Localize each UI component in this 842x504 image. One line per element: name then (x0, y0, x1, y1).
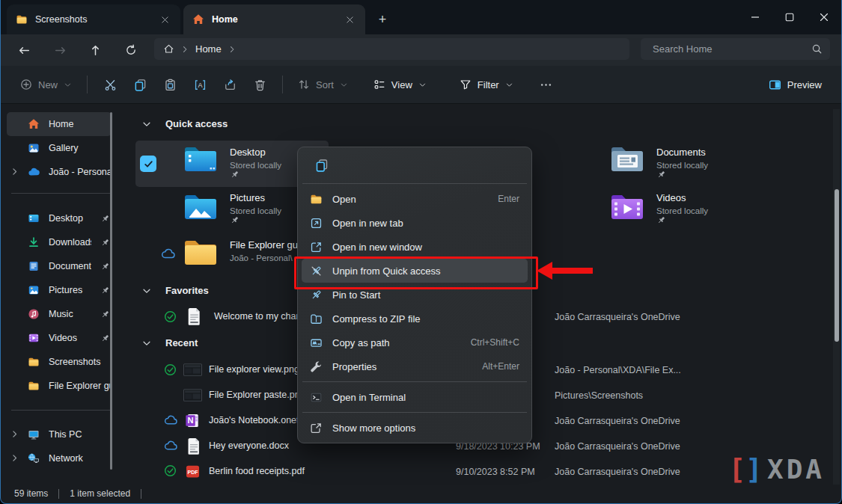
tile-name[interactable]: Pictures (230, 192, 265, 203)
menu-item-open-in-terminal[interactable]: Open in Terminal (302, 385, 528, 409)
sort-button[interactable]: Sort (290, 71, 356, 98)
onenote-icon (185, 413, 201, 428)
copy-button[interactable] (125, 71, 155, 98)
file-name[interactable]: João's Notebook.onet (209, 415, 299, 425)
breadcrumb[interactable]: Home (154, 38, 629, 60)
context-menu: Open Enter Open in new tab Open in new w… (297, 147, 532, 443)
chevron-right-icon[interactable] (10, 429, 19, 439)
forward-button[interactable] (49, 39, 71, 61)
open-folder-icon (310, 193, 323, 206)
search-box[interactable] (641, 38, 830, 60)
checkmark-icon (143, 159, 154, 170)
file-name[interactable]: Welcome to my chann (214, 311, 306, 322)
rename-button[interactable] (185, 71, 215, 98)
sidebar-item-videos[interactable]: Videos (7, 326, 112, 350)
tile-name[interactable]: Videos (656, 192, 686, 203)
file-name[interactable]: Hey everyone.docx (209, 440, 289, 451)
sidebar-item-gallery[interactable]: Gallery (7, 136, 112, 160)
search-icon[interactable] (811, 43, 823, 55)
file-date: 9/10/2023 8:52 PM (456, 467, 535, 477)
videos-folder-icon[interactable] (610, 192, 646, 222)
image-thumbnail (183, 363, 202, 376)
folder-icon[interactable] (183, 238, 219, 268)
item-count: 59 items (14, 488, 48, 499)
file-location: João Carrasqueira's OneDrive (555, 467, 680, 477)
chevron-down-icon[interactable] (141, 119, 152, 129)
sidebar-item-documents[interactable]: Documents (7, 254, 112, 278)
breadcrumb-item-home[interactable]: Home (195, 43, 222, 55)
minimize-button[interactable] (738, 0, 772, 34)
sidebar-item-file-explorer-gui[interactable]: File Explorer gui (7, 374, 112, 398)
sidebar-divider (11, 410, 110, 411)
tile-name[interactable]: Documents (656, 147, 706, 158)
file-name[interactable]: File Explorer paste.png (209, 390, 305, 400)
menu-item-open[interactable]: Open Enter (302, 187, 528, 211)
menu-item-properties[interactable]: Properties Alt+Enter (302, 354, 528, 378)
preview-button[interactable]: Preview (761, 71, 829, 98)
menu-item-open-in-new-tab[interactable]: Open in new tab (302, 211, 528, 235)
network-icon (28, 452, 40, 464)
up-button[interactable] (84, 39, 106, 61)
pin-icon (100, 286, 110, 295)
tab-screenshots[interactable]: Screenshots (7, 4, 180, 34)
scrollbar-thumb[interactable] (835, 189, 839, 342)
tile-name[interactable]: Desktop (230, 147, 266, 158)
file-name[interactable]: Berlin food receipts.pdf (209, 466, 305, 476)
tab-home[interactable]: Home (183, 4, 365, 34)
sidebar-scrollbar[interactable] (110, 112, 112, 470)
sidebar-item-this-pc[interactable]: This PC (7, 422, 112, 446)
chevron-right-icon[interactable] (10, 167, 19, 176)
paste-button[interactable] (155, 71, 185, 98)
section-favorites: Favorites (141, 285, 209, 296)
tab-close-icon[interactable] (341, 11, 358, 28)
sidebar-item-network[interactable]: Network (7, 446, 112, 470)
menu-item-show-more-options[interactable]: Show more options (302, 416, 528, 440)
view-button[interactable]: View (366, 71, 434, 98)
share-button[interactable] (215, 71, 245, 98)
filter-button[interactable]: Filter (452, 71, 521, 98)
sidebar-item-screenshots[interactable]: Screenshots (7, 350, 112, 374)
desktop-checkbox[interactable] (140, 156, 156, 172)
more-options-icon[interactable] (531, 71, 561, 98)
maximize-button[interactable] (772, 0, 807, 34)
pictures-folder-icon[interactable] (183, 192, 219, 222)
sidebar-item-pictures[interactable]: Pictures (7, 278, 112, 302)
copy-icon[interactable] (310, 154, 334, 176)
chevron-down-icon[interactable] (141, 338, 152, 348)
gallery-icon (28, 142, 40, 154)
delete-button[interactable] (245, 71, 275, 98)
annotation-arrow-tail (551, 268, 593, 274)
status-divider (141, 489, 141, 499)
sidebar-item-desktop[interactable]: Desktop (7, 206, 112, 230)
menu-item-compress-to-zip[interactable]: Compress to ZIP file (302, 307, 528, 331)
toolbar-divider (87, 76, 88, 93)
close-button[interactable] (807, 0, 841, 34)
sidebar-item-music[interactable]: Music (7, 302, 112, 326)
chevron-right-icon[interactable] (10, 453, 19, 463)
tile-subtitle: Stored locally (656, 161, 708, 170)
chevron-down-icon[interactable] (141, 286, 152, 296)
refresh-button[interactable] (120, 39, 142, 61)
onedrive-icon (28, 166, 40, 178)
documents-icon (28, 260, 40, 272)
documents-folder-icon[interactable] (610, 144, 646, 174)
tile-name[interactable]: File Explorer guid (230, 239, 305, 251)
command-toolbar: New Sort View Filter Preview (1, 66, 841, 104)
tab-close-icon[interactable] (156, 11, 173, 28)
cut-button[interactable] (95, 71, 125, 98)
desktop-folder-icon[interactable] (183, 144, 219, 174)
tile-subtitle: Stored locally (230, 206, 281, 215)
terminal-icon (310, 391, 323, 404)
sidebar-item-downloads[interactable]: Downloads (7, 230, 112, 254)
menu-item-copy-as-path[interactable]: Copy as path Ctrl+Shift+C (302, 331, 528, 354)
file-name[interactable]: File explorer view.png (209, 364, 299, 375)
sidebar-item-onedrive-personal[interactable]: João - Personal (7, 160, 112, 184)
sidebar-item-home[interactable]: Home (7, 112, 112, 136)
menu-item-open-in-new-window[interactable]: Open in new window (302, 235, 528, 259)
search-input[interactable] (651, 43, 811, 55)
new-button[interactable]: New (13, 71, 79, 98)
folder-icon (28, 356, 40, 368)
zip-folder-icon (310, 313, 323, 325)
new-tab-button[interactable]: + (373, 10, 392, 29)
back-button[interactable] (13, 39, 35, 61)
